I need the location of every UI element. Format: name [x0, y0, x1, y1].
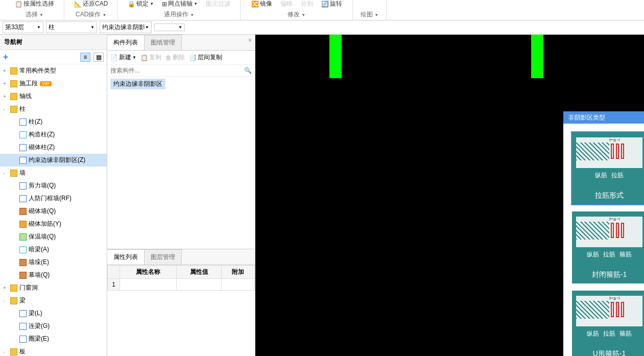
mirror-btn[interactable]: 🔀 镜像	[249, 0, 274, 9]
row-num: 1	[108, 279, 120, 291]
dialog-shadow-type: 非阴影区类型 ⊢a⊣纵筋拉筋拉筋形式⊢a⊣纵筋拉筋箍筋非封闭箍筋⊢a⊣纵筋拉筋箍…	[563, 111, 644, 356]
card-labels: 纵筋拉筋箍筋	[587, 329, 632, 338]
column-element[interactable]	[329, 35, 342, 78]
folder-icon	[10, 348, 17, 355]
search-input[interactable]	[110, 67, 244, 74]
nav-label: 门窗洞	[19, 283, 38, 292]
nav-item[interactable]: 构造柱(Z)	[0, 128, 107, 141]
nav-label: 剪力墙(Q)	[29, 181, 56, 190]
card-title: 封闭箍筋-1	[592, 270, 627, 279]
vip-badge: VIP	[40, 81, 52, 86]
type-grid: ⊢a⊣纵筋拉筋拉筋形式⊢a⊣纵筋拉筋箍筋非封闭箍筋⊢a⊣纵筋拉筋箍筋封闭箍筋-1…	[563, 124, 644, 356]
nav-label: 圈梁(E)	[29, 335, 49, 343]
type3-select[interactable]: ▼	[154, 23, 185, 31]
nav-item[interactable]: 连梁(G)	[0, 320, 107, 333]
blue-square-icon	[19, 336, 27, 343]
brick-icon	[19, 259, 27, 266]
nav-item[interactable]: 墙垛(E)	[0, 256, 107, 269]
nav-item[interactable]: 幕墙(Q)	[0, 269, 107, 281]
restore-cad-btn[interactable]: 📐 还原CAD	[72, 0, 110, 9]
nav-item[interactable]: 人防门框墙(RF)	[0, 192, 107, 205]
type-card[interactable]: ⊢a⊣纵筋拉筋拉筋形式	[571, 131, 644, 205]
nav-item[interactable]: -梁	[0, 294, 107, 307]
search-icon[interactable]: 🔍	[244, 67, 252, 74]
nav-label: 柱	[19, 105, 26, 113]
canvas[interactable]: 非阴影区类型 ⊢a⊣纵筋拉筋拉筋形式⊢a⊣纵筋拉筋箍筋非封闭箍筋⊢a⊣纵筋拉筋箍…	[255, 35, 644, 356]
nav-item[interactable]: +常用构件类型	[0, 64, 107, 77]
ribbon-label-draw[interactable]: 绘图 ▼	[361, 9, 378, 20]
add-icon[interactable]: ✚	[3, 54, 8, 61]
nav-item[interactable]: 圈梁(E)	[0, 333, 107, 345]
tab-properties[interactable]: 属性列表	[107, 249, 145, 265]
component-item[interactable]: 约束边缘非阴影区	[110, 79, 165, 89]
nav-item[interactable]: 暗梁(A)	[0, 243, 107, 256]
tab-drawing-mgmt[interactable]: 图纸管理	[145, 35, 182, 50]
type1-select[interactable]: 柱▼	[46, 21, 97, 33]
rotate-btn[interactable]: 🔄 旋转	[319, 0, 344, 9]
nav-item[interactable]: +门窗洞	[0, 281, 107, 294]
folder-icon	[10, 93, 17, 100]
card-labels: 纵筋拉筋	[595, 171, 624, 180]
col-extra: 附加	[222, 266, 255, 279]
layer-copy-btn[interactable]: 📑 层间复制	[189, 53, 222, 62]
floor-bar: 第33层▼ 柱▼ 约束边缘非阴影▼ ▼	[0, 20, 644, 35]
card-labels: 纵筋拉筋箍筋	[587, 250, 632, 259]
card-diagram: ⊢a⊣	[576, 296, 642, 326]
nav-item[interactable]: +轴线	[0, 90, 107, 103]
select-by-attr-btn[interactable]: 📋 按属性选择	[13, 0, 56, 9]
nav-item[interactable]: 保温墙(Q)	[0, 230, 107, 243]
card-title: 拉筋形式	[595, 191, 624, 200]
nav-item[interactable]: 砌体墙(Q)	[0, 205, 107, 218]
tab-component-list[interactable]: 构件列表	[107, 35, 145, 50]
nav-item[interactable]: 约束边缘非阴影区(Z)	[0, 154, 107, 167]
card-title: U形箍筋-1	[593, 349, 626, 356]
nav-label: 人防门框墙(RF)	[29, 194, 71, 203]
col-value: 属性值	[177, 266, 222, 279]
teal-icon	[19, 246, 27, 253]
blue-square-icon	[19, 144, 27, 151]
view-grid-icon[interactable]: ▦	[93, 53, 104, 62]
type2-select[interactable]: 约束边缘非阴影▼	[100, 21, 152, 33]
nav-item[interactable]: 砌体加筋(Y)	[0, 218, 107, 230]
card-diagram: ⊢a⊣	[576, 137, 642, 168]
nav-item[interactable]: 剪力墙(Q)	[0, 179, 107, 192]
property-table: 属性名称 属性值 附加 1	[107, 265, 255, 291]
nav-panel: 导航树 ✚ ≡ ▦ +常用构件类型+施工段 VIP+轴线-柱柱(Z)构造柱(Z)…	[0, 35, 107, 356]
nav-label: 施工段	[19, 79, 38, 88]
dialog-title: 非阴影区类型	[563, 111, 644, 124]
nav-item[interactable]: -墙	[0, 167, 107, 179]
type-card[interactable]: ⊢a⊣纵筋拉筋箍筋U形箍筋-1	[571, 290, 644, 356]
nav-label: 构造柱(Z)	[29, 130, 55, 139]
nav-item[interactable]: -板	[0, 345, 107, 356]
nav-item[interactable]: +施工段 VIP	[0, 77, 107, 90]
ribbon-label-modify[interactable]: 修改 ▼	[288, 9, 305, 20]
blue-square-icon	[19, 118, 27, 126]
grid-axis-btn[interactable]: ⊞ 网点辅轴 ▼	[160, 0, 200, 9]
type-card[interactable]: ⊢a⊣纵筋拉筋箍筋封闭箍筋-1	[571, 210, 644, 284]
new-btn[interactable]: 📄 新建 ▼	[110, 53, 136, 62]
nav-label: 保温墙(Q)	[29, 232, 56, 241]
brick-icon	[19, 272, 27, 279]
tab-layer-mgmt[interactable]: 图层管理	[145, 249, 182, 265]
nav-item[interactable]: -柱	[0, 103, 107, 115]
folder-icon	[10, 170, 17, 177]
filter-btn: 图元过滤	[204, 0, 232, 9]
floor-select[interactable]: 第33层▼	[3, 21, 43, 33]
nav-item[interactable]: 砌体柱(Z)	[0, 141, 107, 154]
nav-label: 常用构件类型	[19, 66, 56, 75]
blue-square-icon	[19, 310, 27, 317]
ribbon-label-general[interactable]: 通用操作 ▼	[164, 9, 194, 20]
nav-item[interactable]: 柱(Z)	[0, 115, 107, 128]
nav-item[interactable]: 梁(L)	[0, 307, 107, 320]
column-element[interactable]	[531, 35, 543, 78]
lock-btn[interactable]: 🔒 锁定 ▼	[126, 0, 156, 9]
col-name: 属性名称	[120, 266, 177, 279]
ribbon-label-select[interactable]: 选择 ▼	[26, 9, 43, 20]
nav-label: 砌体墙(Q)	[29, 207, 56, 216]
close-icon[interactable]: ×	[248, 37, 252, 44]
blue-square-icon	[19, 323, 27, 330]
ribbon-label-cad[interactable]: CAD操作 ▼	[76, 9, 106, 20]
folder-icon	[10, 284, 17, 292]
nav-label: 梁	[19, 296, 26, 305]
view-list-icon[interactable]: ≡	[80, 53, 90, 62]
